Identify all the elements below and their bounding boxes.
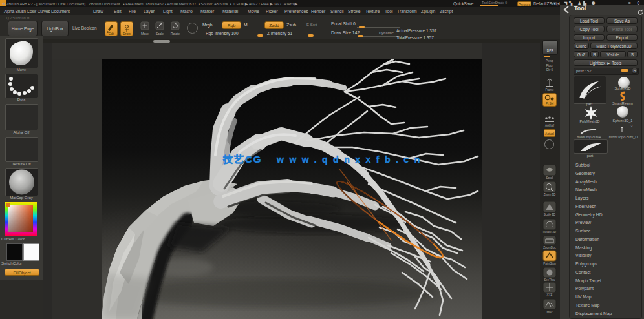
svg-text:Scale 3D: Scale 3D xyxy=(544,213,556,216)
svg-text:Rotate: Rotate xyxy=(171,32,180,36)
svg-text:Edit: Edit xyxy=(109,32,114,36)
svg-text:PaintStop: PaintStop xyxy=(543,262,556,265)
svg-text:ZoomDoc: ZoomDoc xyxy=(543,246,556,249)
svg-text:Scale: Scale xyxy=(156,32,164,36)
svg-text:AAHalf: AAHalf xyxy=(545,124,555,127)
svg-text:Draw: Draw xyxy=(123,32,131,36)
svg-text:Pt Sel: Pt Sel xyxy=(546,102,553,105)
svg-text:Zoom 3D: Zoom 3D xyxy=(544,193,556,196)
svg-text:Rotate 3D: Rotate 3D xyxy=(543,231,557,234)
svg-text:技艺CG: 技艺CG xyxy=(222,154,263,165)
svg-text:Misc: Misc xyxy=(546,311,553,314)
svg-text:Frame: Frame xyxy=(545,88,553,92)
svg-text:XYZ: XYZ xyxy=(547,293,553,296)
svg-text:Scroll: Scroll xyxy=(546,176,553,180)
svg-text:www.qdnxxfb.cn: www.qdnxxfb.cn xyxy=(276,154,425,165)
svg-text:SeeThru: SeeThru xyxy=(544,278,555,282)
svg-text:Move: Move xyxy=(141,32,149,36)
